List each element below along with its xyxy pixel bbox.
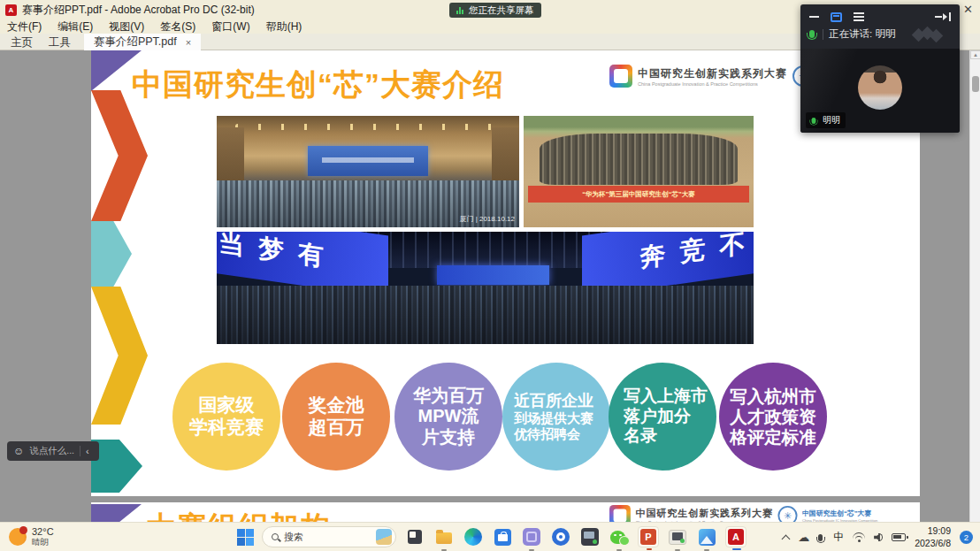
- ballroom-pillar: [217, 127, 244, 183]
- participant-avatar: [858, 65, 902, 110]
- tab-home[interactable]: 主页: [11, 35, 33, 50]
- taskbar-icon-purple-app[interactable]: [521, 526, 542, 547]
- start-button[interactable]: [237, 529, 254, 546]
- highlight-circle-shanghai: 写入上海市 落户加分 名录: [609, 363, 716, 471]
- highlight-circle-hangzhou: 写入杭州市 人才政策资 格评定标准: [719, 363, 827, 471]
- menu-list-icon[interactable]: [854, 12, 864, 21]
- circle-line: 到场提供大赛: [514, 410, 593, 426]
- tray-mic-icon[interactable]: [818, 534, 823, 541]
- sharing-bars-icon: [456, 7, 463, 14]
- highlight-circle-huawei: 华为百万 MPW流 片支持: [394, 363, 502, 471]
- battery-icon[interactable]: [892, 533, 906, 541]
- circle-line: 人才政策资: [730, 407, 816, 427]
- slide2-logo-block: 中国研究生创新实践系列大赛 China Postgraduate Innovat…: [609, 505, 877, 522]
- circle-line: 写入杭州市: [730, 386, 816, 407]
- chat-input-bubble[interactable]: ☺ 说点什么... ‹: [7, 441, 99, 461]
- taskbar-icon-powerpoint[interactable]: P: [638, 526, 659, 547]
- chevron-decoration-yellow: [91, 287, 148, 425]
- search-highlight-icon: [376, 529, 392, 545]
- circle-line: 超百万: [309, 417, 364, 439]
- ic-competition-logo-text: 中国研究生创“芯”大赛: [802, 509, 877, 518]
- stage-screen: [308, 146, 429, 176]
- search-input[interactable]: 搜索: [262, 526, 396, 547]
- tray-chevron-up-icon[interactable]: [782, 534, 791, 543]
- acrobat-logo-icon: A: [5, 4, 17, 16]
- menu-edit[interactable]: 编辑(E): [57, 19, 93, 34]
- menu-file[interactable]: 文件(F): [7, 19, 42, 34]
- wifi-icon[interactable]: [853, 532, 865, 542]
- notification-badge[interactable]: 2: [960, 531, 973, 544]
- circle-line: 华为百万: [413, 386, 484, 407]
- participant-name: 明明: [823, 114, 840, 126]
- speaking-status-row: 正在讲话: 明明: [800, 26, 960, 44]
- taskbar-icon-acrobat[interactable]: A: [725, 526, 746, 547]
- window-title: 赛事介绍PPT.pdf - Adobe Acrobat Pro DC (32-b…: [22, 3, 255, 18]
- clock-time: 19:09: [915, 525, 951, 537]
- menu-window[interactable]: 窗口(W): [211, 19, 249, 34]
- taskbar-icon-screen-share-app[interactable]: [667, 526, 688, 547]
- minimize-icon[interactable]: [809, 16, 819, 18]
- video-view-icon[interactable]: [831, 12, 842, 22]
- clock-date: 2023/6/8: [915, 538, 951, 549]
- collapse-chevron-icon[interactable]: ‹: [86, 446, 89, 456]
- circle-line: 格评定标准: [730, 427, 816, 448]
- taskbar-clock[interactable]: 19:09 2023/6/8: [915, 525, 951, 548]
- chevron-decoration-teal: [91, 221, 132, 287]
- menu-help[interactable]: 帮助(H): [266, 19, 302, 34]
- speaking-label: 正在讲话: 明明: [829, 27, 895, 41]
- chevron-decoration-orange: [91, 90, 148, 221]
- outdoor-crowd: [540, 134, 738, 185]
- taskbar-icon-file-explorer[interactable]: [433, 526, 455, 547]
- conference-hall-photo: 当梦有 奔竞不: [217, 232, 754, 344]
- system-tray: ☁ 中 19:09 2023/6/8 2: [783, 523, 973, 551]
- highlight-circle-prize: 奖金池 超百万: [282, 363, 390, 471]
- sharing-label: 您正在共享屏幕: [469, 4, 534, 17]
- volume-group[interactable]: [874, 533, 883, 542]
- taskbar-icon-wechat[interactable]: [609, 526, 630, 547]
- red-banner-text: “华为杯”第三届中国研究生创“芯”大赛: [528, 186, 749, 203]
- weather-condition: 晴朗: [32, 538, 54, 547]
- taskbar-icon-task-view[interactable]: [404, 526, 425, 547]
- taskbar-icon-photos[interactable]: [696, 526, 717, 547]
- onedrive-cloud-icon[interactable]: ☁: [798, 532, 809, 543]
- circle-line: 国家级: [199, 394, 255, 417]
- ime-indicator[interactable]: 中: [833, 530, 844, 545]
- scrollbar-thumb[interactable]: [972, 76, 979, 92]
- emoji-icon[interactable]: ☺: [13, 446, 24, 456]
- pdf-page-1: 中国研究生创“芯”大赛介绍 中国研究生创新实践系列大赛 China Postgr…: [91, 50, 920, 496]
- hall-stage-screen: [437, 265, 549, 285]
- circle-line: 优待招聘会: [514, 426, 580, 442]
- ceremony-photo: 厦门 | 2018.10.12: [217, 116, 519, 227]
- taskbar-icon-remote-desktop[interactable]: [579, 526, 601, 547]
- circle-line: MPW流: [418, 406, 479, 427]
- circle-line: 写入上海市: [624, 386, 708, 406]
- window-close-button[interactable]: ✕: [963, 3, 973, 16]
- taskbar-icon-edge[interactable]: [463, 526, 484, 547]
- meeting-window[interactable]: 正在讲话: 明明 明明: [800, 4, 960, 133]
- taskbar-icon-microsoft-store[interactable]: [492, 526, 513, 547]
- tab-tools[interactable]: 工具: [49, 35, 71, 50]
- participant-video[interactable]: 明明: [800, 49, 960, 133]
- circle-line: 落户加分: [624, 407, 691, 426]
- competition-logo-icon: [609, 505, 631, 522]
- vertical-scrollbar[interactable]: ▲: [969, 50, 980, 522]
- competition-logo-text: 中国研究生创新实践系列大赛: [635, 506, 772, 520]
- participant-name-tag: 明明: [806, 112, 846, 128]
- scrollbar-up-button[interactable]: ▲: [970, 50, 980, 59]
- circle-line: 名录: [624, 426, 657, 446]
- circle-line: 片支持: [422, 427, 475, 448]
- collapse-panel-icon[interactable]: [935, 12, 951, 21]
- menu-view[interactable]: 视图(V): [109, 19, 144, 34]
- circle-line: 奖金池: [309, 394, 364, 417]
- tab-document-label: 赛事介绍PPT.pdf: [94, 34, 177, 50]
- windows-taskbar: 32°C 晴朗 搜索 P A ☁: [0, 522, 980, 551]
- taskbar-icon-target-app[interactable]: [550, 526, 571, 547]
- menu-sign[interactable]: 签名(S): [160, 19, 195, 34]
- circle-line: 学科竞赛: [189, 417, 264, 439]
- weather-widget[interactable]: 32°C 晴朗: [9, 526, 54, 547]
- chat-placeholder[interactable]: 说点什么...: [29, 445, 74, 457]
- hall-audience: [217, 286, 754, 344]
- tab-close-icon[interactable]: ×: [186, 37, 191, 48]
- tab-document[interactable]: 赛事介绍PPT.pdf ×: [84, 34, 201, 50]
- search-icon: [272, 533, 279, 540]
